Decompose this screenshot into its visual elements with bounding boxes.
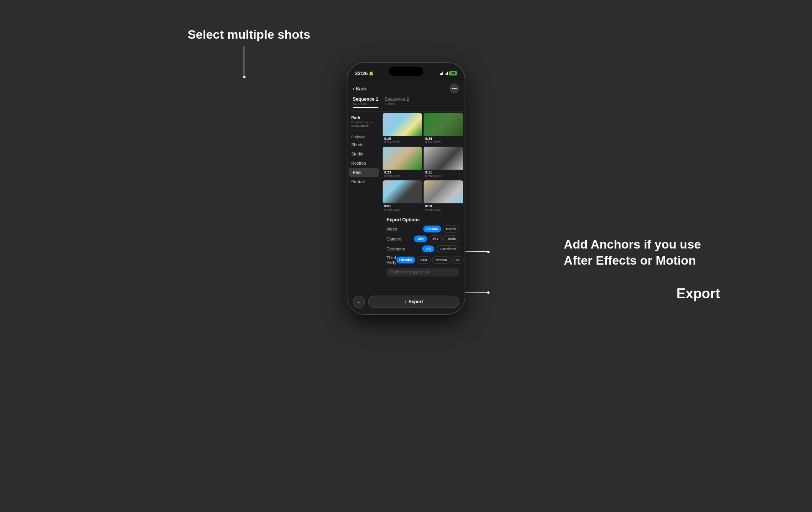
export-button-label: Export	[408, 299, 423, 304]
export-row-camera: Camera .abc .fbx .usda	[386, 236, 459, 242]
shot-item-4[interactable]: 0:11 5 Mar 2023	[424, 147, 463, 179]
tab-sequence-1-sub: 54 shots	[353, 102, 378, 106]
export-options-section: Export Options Video Source Depth Camera	[381, 214, 465, 283]
project-meta: Created 1 yr ago2 sequences	[351, 121, 377, 128]
shot-5-duration: 0:01	[384, 204, 421, 208]
shot-4-duration: 0:11	[425, 170, 462, 174]
shot-2-date: 5 Mar 2023	[425, 141, 462, 144]
btn-fbx[interactable]: .fbx	[429, 236, 442, 242]
btn-c4d[interactable]: C4D	[417, 257, 431, 263]
battery-icon: 34	[449, 71, 457, 75]
arrow-left-icon: ←	[357, 299, 362, 305]
dynamic-island	[389, 67, 423, 76]
shot-6-date: 5 Mar 2023	[425, 208, 462, 211]
btn-usda[interactable]: .usda	[443, 236, 459, 242]
wifi-icon	[445, 71, 448, 75]
shot-1-thumbnail	[383, 113, 422, 136]
export-options-title: Export Options	[386, 217, 459, 222]
bottom-back-button[interactable]: ←	[353, 296, 365, 308]
shot-2-meta: 0:34 5 Mar 2023	[424, 136, 463, 145]
btn-depth[interactable]: Depth	[443, 226, 460, 232]
shot-6-meta: 0:13 5 Mar 2023	[424, 203, 463, 213]
sidebar: Park Created 1 yr ago2 sequences Project…	[347, 111, 381, 303]
back-label: Back	[356, 86, 367, 92]
shot-3-date: 5 Mar 2023	[384, 174, 421, 178]
export-label-geometry: Geometry	[386, 247, 405, 251]
status-time: 22:26 🔔	[355, 70, 373, 76]
export-row-geometry: Geometry .obj 2 anchors	[386, 245, 459, 252]
shot-2-duration: 0:34	[425, 137, 462, 141]
shot-grid: ✓ 0:15 5 Mar 2023 0:34	[381, 111, 465, 214]
shot-3-duration: 0:23	[384, 170, 421, 174]
export-btns-camera: .abc .fbx .usda	[414, 236, 459, 242]
tab-sequence-2[interactable]: Sequence 2 9 shots	[385, 97, 409, 108]
shot-5-thumbnail	[383, 180, 422, 203]
content-area[interactable]: ✓ 0:15 5 Mar 2023 0:34	[381, 111, 465, 303]
shot-1-date: 5 Mar 2023	[384, 141, 421, 144]
back-button[interactable]: ‹ Back	[353, 85, 367, 92]
annotation-line-top	[244, 46, 244, 77]
project-name: Park	[351, 115, 377, 120]
export-btns-video: Source Depth	[423, 226, 459, 232]
shot-4-date: 5 Mar 2023	[425, 174, 462, 178]
project-info: Park Created 1 yr ago2 sequences	[347, 115, 381, 131]
shot-4-thumbnail	[424, 147, 463, 170]
tab-sequence-2-label: Sequence 2	[385, 97, 409, 102]
shot-item-3[interactable]: 0:23 5 Mar 2023	[383, 147, 422, 179]
folder-name-input[interactable]	[386, 268, 459, 276]
shot-1-meta: 0:15 5 Mar 2023	[383, 136, 422, 145]
bell-icon: 🔔	[369, 71, 373, 75]
shot-3-meta: 0:23 5 Mar 2023	[383, 170, 422, 179]
nav-bar: ‹ Back •••	[347, 80, 465, 97]
btn-motion[interactable]: Motion	[432, 257, 450, 263]
annotation-dot-anchors	[487, 251, 489, 253]
shot-item-5[interactable]: 0:01 5 Mar 2023	[383, 180, 422, 213]
annotation-dot-export	[487, 291, 489, 294]
shot-1-duration: 0:15	[384, 137, 421, 141]
annotation-select-shots: Select multiple shots	[188, 28, 310, 42]
shot-item-6[interactable]: 0:13 5 Mar 2023	[424, 180, 463, 213]
shot-6-thumbnail	[424, 180, 463, 203]
sidebar-item-park[interactable]: Park	[349, 168, 379, 177]
tab-sequence-1-label: Sequence 1	[353, 97, 378, 102]
shot-4-meta: 0:11 5 Mar 2023	[424, 170, 463, 179]
shot-3-thumbnail	[383, 147, 422, 170]
shot-2-thumbnail	[424, 113, 463, 136]
btn-abc[interactable]: .abc	[414, 236, 427, 242]
shot-item-2[interactable]: 0:34 5 Mar 2023	[424, 113, 463, 145]
btn-blender[interactable]: Blender	[396, 257, 416, 263]
chevron-left-icon: ‹	[353, 85, 355, 92]
tab-sequence-2-sub: 9 shots	[385, 102, 409, 106]
export-button[interactable]: ↑ Export	[368, 296, 459, 308]
bottom-bar: ← ↑ Export	[347, 293, 465, 314]
sidebar-section-projects: Projects	[347, 133, 381, 140]
sidebar-item-portrait[interactable]: Portrait	[347, 177, 381, 186]
shot-6-duration: 0:13	[425, 204, 462, 208]
btn-source[interactable]: Source	[423, 226, 441, 232]
sidebar-item-shorts[interactable]: Shorts	[347, 140, 381, 149]
export-label-camera: Camera	[386, 237, 401, 241]
phone-frame: 22:26 🔔 34 ‹ Back	[347, 62, 465, 315]
export-btns-thirdparty: Blender C4D Motion AE UE	[396, 257, 465, 263]
sidebar-item-rooftop[interactable]: Rooftop	[347, 159, 381, 168]
export-label-thirdparty: Third Party	[386, 255, 396, 265]
export-row-thirdparty: Third Party Blender C4D Motion AE UE	[386, 255, 459, 265]
more-button[interactable]: •••	[449, 83, 459, 93]
ellipsis-icon: •••	[452, 86, 457, 92]
status-right: 34	[440, 71, 457, 75]
main-layout: Park Created 1 yr ago2 sequences Project…	[347, 111, 465, 303]
btn-obj[interactable]: .obj	[422, 245, 434, 252]
annotation-export: Export	[676, 286, 720, 302]
annotation-add-anchors: Add Anchors if you use After Effects or …	[564, 237, 701, 268]
shot-5-meta: 0:01 5 Mar 2023	[383, 203, 422, 213]
signal-icon	[440, 71, 443, 75]
btn-ae[interactable]: AE	[452, 257, 464, 263]
annotation-dot-top	[243, 76, 246, 78]
shot-5-date: 5 Mar 2023	[384, 208, 421, 211]
tab-sequence-1[interactable]: Sequence 1 54 shots	[353, 97, 378, 108]
btn-anchors[interactable]: 2 anchors	[436, 245, 459, 252]
export-label-video: Video	[386, 227, 397, 231]
shot-item-1[interactable]: ✓ 0:15 5 Mar 2023	[383, 113, 422, 145]
sidebar-item-studio[interactable]: Studio	[347, 149, 381, 159]
tabs-row: Sequence 1 54 shots Sequence 2 9 shots	[347, 97, 465, 111]
